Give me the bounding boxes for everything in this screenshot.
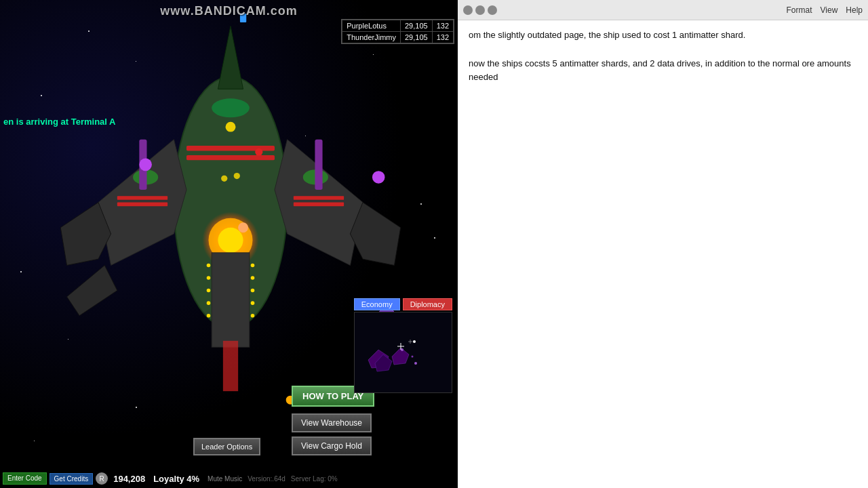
svg-point-53	[413, 340, 416, 343]
browser-menu: Format View Help	[787, 5, 863, 15]
star	[20, 271, 22, 272]
svg-rect-35	[223, 341, 238, 391]
svg-point-28	[207, 301, 211, 305]
browser-btn-3[interactable]	[488, 5, 497, 15]
leaderboard-panel: PurpleLotus 29,105 132 ThunderJimmy 29,1…	[341, 19, 454, 44]
version-info: Version:.64d	[248, 475, 285, 483]
svg-rect-8	[117, 196, 167, 200]
player-score1: 29,105	[400, 20, 432, 32]
browser-panel: Format View Help om the slightly outdate…	[458, 0, 868, 488]
player-score2: 132	[432, 32, 453, 43]
svg-rect-24	[212, 253, 250, 347]
player-name: PurpleLotus	[342, 20, 401, 32]
svg-point-42	[212, 98, 250, 117]
svg-point-27	[207, 289, 211, 293]
server-lag-info: Server Lag: 0%	[291, 475, 338, 483]
svg-rect-10	[294, 196, 344, 200]
player-score1: 29,105	[400, 32, 432, 43]
view-cargo-hold-button[interactable]: View Cargo Hold	[292, 436, 372, 455]
currency-display: 194,208	[113, 474, 145, 484]
svg-point-50	[414, 362, 417, 365]
player-name: ThunderJimmy	[342, 32, 401, 43]
svg-rect-11	[294, 203, 344, 207]
star	[434, 237, 435, 239]
mini-map	[354, 312, 452, 393]
player-score2: 132	[432, 20, 453, 32]
svg-marker-38	[67, 265, 117, 315]
svg-point-19	[139, 159, 152, 171]
browser-btn-1[interactable]	[463, 5, 473, 15]
table-row: PurpleLotus 29,105 132	[342, 20, 454, 32]
economy-diplomacy-panel: Economy Diplomacy	[354, 298, 452, 393]
table-row: ThunderJimmy 29,105 132	[342, 32, 454, 43]
svg-rect-18	[315, 140, 322, 190]
leader-options-button[interactable]: Leader Options	[193, 438, 260, 455]
browser-content: om the slightly outdated page, the ship …	[458, 20, 868, 488]
svg-point-36	[238, 222, 248, 232]
menu-view[interactable]: View	[821, 5, 838, 15]
svg-point-20	[372, 171, 385, 184]
loyalty-display: Loyalty 4%	[153, 474, 199, 484]
svg-rect-9	[117, 203, 167, 207]
content-paragraph-1: om the slightly outdated page, the ship …	[469, 28, 857, 43]
tab-bar: Economy Diplomacy	[354, 298, 452, 310]
bottom-hud-bar: Enter Code Get Credits R 194,208 Loyalty…	[0, 469, 458, 488]
game-panel: www.BANDICAM.com en is arriving at Termi…	[0, 0, 458, 488]
mute-music-button[interactable]: Mute Music	[208, 475, 242, 483]
menu-help[interactable]: Help	[846, 5, 863, 15]
enter-code-button[interactable]: Enter Code	[3, 472, 47, 485]
svg-rect-7	[186, 155, 275, 160]
svg-point-13	[234, 173, 240, 179]
svg-point-30	[251, 264, 255, 268]
browser-chrome: Format View Help	[458, 0, 868, 20]
view-warehouse-button[interactable]: View Warehouse	[292, 413, 372, 432]
svg-point-48	[401, 348, 403, 351]
svg-point-26	[207, 276, 211, 280]
menu-format[interactable]: Format	[787, 5, 812, 15]
tab-diplomacy[interactable]: Diplomacy	[403, 298, 452, 310]
svg-point-32	[251, 289, 255, 293]
bandicam-watermark: www.BANDICAM.com	[160, 4, 297, 18]
terminal-message: en is arriving at Terminal A	[3, 117, 115, 127]
svg-point-14	[221, 176, 227, 182]
svg-point-25	[207, 264, 211, 268]
svg-point-23	[218, 228, 243, 253]
robux-icon: R	[96, 472, 108, 485]
svg-point-33	[251, 301, 255, 305]
svg-marker-1	[218, 26, 243, 89]
svg-point-29	[207, 314, 211, 318]
content-paragraph-2: now the ships cocsts 5 antimatter shards…	[469, 57, 857, 85]
get-credits-button[interactable]: Get Credits	[50, 473, 94, 485]
svg-point-49	[411, 356, 413, 358]
svg-point-34	[251, 314, 255, 318]
browser-btn-2[interactable]	[475, 5, 485, 15]
browser-window-buttons	[463, 5, 497, 15]
svg-point-12	[226, 122, 236, 132]
svg-point-31	[251, 276, 255, 280]
svg-point-43	[255, 148, 262, 156]
tab-economy[interactable]: Economy	[354, 298, 400, 310]
